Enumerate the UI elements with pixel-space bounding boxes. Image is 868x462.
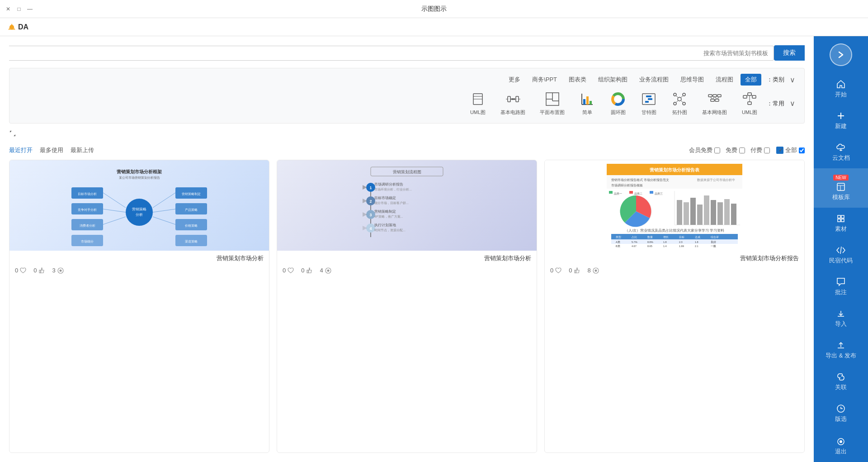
svg-point-20 — [674, 93, 676, 96]
svg-rect-14 — [715, 99, 719, 101]
svg-rect-172 — [841, 215, 844, 218]
logobar: DA — [0, 18, 868, 36]
svg-text:细分市场，目标客户群...: 细分市场，目标客户群... — [374, 201, 409, 205]
chart-icon-doughnut[interactable]: 圆环图 — [606, 89, 630, 118]
svg-text:营销策略制定: 营销策略制定 — [374, 210, 396, 214]
chart-icon-topology[interactable]: 拓扑图 — [668, 89, 691, 118]
code-icon — [836, 246, 845, 255]
minimize-btn[interactable]: — — [26, 5, 33, 13]
sort-recent[interactable]: 最近打开 — [9, 146, 33, 154]
usage-toggle[interactable]: ∨ — [788, 99, 797, 108]
sidebar-item-new[interactable]: 新建 — [814, 105, 868, 137]
filter-item-all[interactable]: 全部 — [741, 74, 761, 86]
checkbox-free[interactable]: 免费 — [726, 146, 745, 154]
svg-rect-128 — [684, 202, 689, 225]
svg-text:3: 3 — [369, 213, 372, 217]
chart-icon-floorplan[interactable]: 平面布置图 — [536, 89, 568, 118]
eye-icon-3 — [593, 267, 599, 274]
card-2-thumbs[interactable]: 0 — [301, 267, 312, 274]
svg-text:市场调研分析报告: 市场调研分析报告 — [374, 182, 403, 186]
card-3-actions: 8 0 0 — [545, 264, 804, 276]
card-2-likes[interactable]: 0 — [283, 267, 294, 274]
svg-line-82 — [153, 217, 175, 224]
svg-rect-173 — [838, 219, 840, 222]
search-button[interactable]: 搜索 — [774, 45, 805, 61]
card-2-image: 营销策划流程图 1 市场调研分析报告 市场环境分析，行业分析... 2 目标市场… — [277, 160, 537, 251]
filter-item-mindmap[interactable]: 思维导图 — [676, 74, 708, 86]
sidebar-item-material[interactable]: 素材 — [814, 208, 868, 239]
chart-icon-simple[interactable]: 简单 — [576, 89, 599, 118]
svg-text:1.8: 1.8 — [663, 241, 667, 243]
sidebar-item-version[interactable]: 版选 — [814, 398, 868, 429]
checkbox-member-free[interactable]: 会员免费 — [689, 146, 720, 154]
sort-newest-upload[interactable]: 最新上传 — [71, 146, 94, 154]
chart-icon-uml[interactable]: UML图 — [738, 89, 761, 118]
sidebar-item-code[interactable]: 民宿代码 — [814, 239, 868, 271]
sidebar-item-link[interactable]: 关联 — [814, 366, 868, 398]
filter-item-orgchart[interactable]: 组织架构图 — [594, 74, 632, 86]
sidebar-item-export[interactable]: 导出 & 发布 — [814, 334, 868, 366]
sidebar-item-import[interactable]: 导入 — [814, 303, 868, 334]
sidebar-item-cloud[interactable]: 云文档 — [814, 137, 868, 168]
svg-text:时间节点，资源分配...: 时间节点，资源分配... — [374, 229, 406, 232]
sort-most-used[interactable]: 最多使用 — [40, 146, 63, 154]
svg-rect-132 — [711, 200, 716, 225]
chart-icon-gantt[interactable]: 甘特图 — [637, 89, 660, 118]
svg-rect-111 — [307, 270, 308, 273]
svg-rect-85 — [39, 270, 41, 273]
filter-item-charts[interactable]: 图表类 — [564, 74, 591, 86]
category-toggle[interactable]: ∨ — [788, 75, 797, 84]
gantt-label: 甘特图 — [642, 109, 656, 116]
sidebar-template-label: 模板库 — [832, 193, 850, 201]
sidebar-item-template[interactable]: NEW 模板库 — [814, 168, 868, 208]
expand-icon[interactable] — [9, 129, 18, 138]
sidebar-top-button[interactable] — [830, 43, 852, 66]
svg-text:1.8: 1.8 — [695, 241, 698, 243]
sidebar-cloud-label: 云文档 — [832, 154, 850, 162]
card-1-thumbs[interactable]: 0 — [33, 267, 45, 274]
card-3-thumbs[interactable]: 0 — [569, 267, 580, 274]
maximize-btn[interactable]: □ — [15, 5, 23, 13]
doughnut-label: 圆环图 — [611, 109, 626, 116]
checkbox-all-input[interactable] — [799, 148, 805, 153]
card-2[interactable]: 营销策划流程图 1 市场调研分析报告 市场环境分析，行业分析... 2 目标市场… — [277, 160, 537, 453]
diagram-2: 营销策划流程图 1 市场调研分析报告 市场环境分析，行业分析... 2 目标市场… — [277, 160, 537, 251]
app-title: 示图图示 — [421, 5, 447, 13]
checkbox-paid-input[interactable] — [764, 148, 770, 153]
filter-item-more[interactable]: 更多 — [504, 74, 525, 86]
chart-icon-circuit[interactable]: 基本电路图 — [497, 89, 529, 118]
card-1[interactable]: 营销策划市场分析框架 某公司市场营销策划分析报告 营销策略 分析 目标市场分析 … — [9, 160, 269, 453]
svg-text:目标市场确定: 目标市场确定 — [374, 196, 396, 200]
sidebar-material-label: 素材 — [835, 225, 847, 233]
sidebar-code-label: 民宿代码 — [829, 257, 853, 265]
checkbox-all[interactable]: 全部 ✓ — [775, 146, 805, 154]
svg-rect-41 — [590, 101, 592, 105]
svg-text:数据来源于公司市场分析中: 数据来源于公司市场分析中 — [697, 178, 735, 181]
close-btn[interactable]: ✕ — [5, 5, 12, 13]
card-3-likes[interactable]: 0 — [550, 267, 561, 274]
sidebar-item-logout[interactable]: 退出 — [814, 431, 868, 462]
svg-rect-130 — [697, 205, 703, 225]
card-1-view-count: 3 — [52, 267, 55, 274]
card-3[interactable]: 营销策划市场分析报告表 营销市场分析报告格式 市场分析报告范文 市场调研分析报告… — [544, 160, 805, 453]
svg-line-24 — [676, 96, 678, 98]
svg-rect-31 — [648, 98, 652, 100]
search-input[interactable] — [9, 46, 774, 61]
checkbox-member-input[interactable] — [714, 148, 720, 153]
svg-rect-120 — [629, 191, 633, 194]
checkbox-paid[interactable]: 付费 — [750, 146, 770, 154]
filter-item-ppt[interactable]: 商务\PPT — [528, 74, 561, 86]
chart-icon-network[interactable]: 基本网络图 — [698, 89, 731, 118]
svg-text:营销策划市场分析框架: 营销策划市场分析框架 — [117, 169, 162, 174]
svg-text:一般: 一般 — [711, 245, 716, 248]
sidebar-item-home[interactable]: 开始 — [814, 73, 868, 105]
filter-item-flowchart[interactable]: 流程图 — [711, 74, 738, 86]
card-1-likes[interactable]: 0 — [15, 267, 26, 274]
card-1-title: 营销策划市场分析 — [9, 251, 269, 264]
circuit-label: 基本电路图 — [500, 109, 525, 116]
chart-icon-uml2[interactable]: UML图 — [466, 89, 490, 118]
sort-left: 全部 ✓ 付费 免费 会员免费 — [689, 146, 805, 154]
filter-item-bizprocess[interactable]: 业务流程图 — [635, 74, 673, 86]
sidebar-item-comment[interactable]: 批注 — [814, 271, 868, 303]
checkbox-free-input[interactable] — [739, 148, 745, 153]
